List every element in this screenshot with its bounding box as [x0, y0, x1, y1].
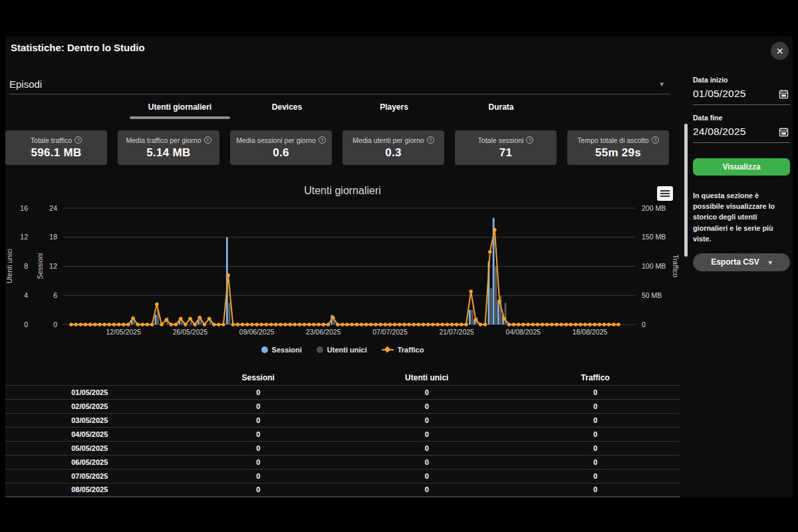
marker-traffico[interactable] [279, 323, 282, 326]
marker-traffico[interactable] [179, 317, 182, 321]
marker-traffico[interactable] [569, 323, 573, 326]
visualizza-button[interactable]: Visualizza [693, 158, 790, 176]
marker-traffico[interactable] [298, 323, 301, 326]
marker-traffico[interactable] [198, 316, 201, 319]
marker-traffico[interactable] [131, 317, 134, 320]
marker-traffico[interactable] [184, 323, 187, 326]
marker-traffico[interactable] [497, 299, 501, 303]
bar-sessioni[interactable] [469, 310, 471, 325]
marker-traffico[interactable] [474, 318, 477, 321]
marker-traffico[interactable] [574, 323, 577, 326]
marker-traffico[interactable] [340, 323, 344, 326]
marker-traffico[interactable] [141, 323, 144, 326]
marker-traffico[interactable] [155, 303, 158, 306]
marker-traffico[interactable] [79, 323, 82, 326]
marker-traffico[interactable] [598, 323, 601, 326]
marker-traffico[interactable] [488, 250, 491, 253]
marker-traffico[interactable] [360, 323, 363, 326]
marker-traffico[interactable] [112, 323, 116, 326]
marker-traffico[interactable] [531, 323, 534, 326]
marker-traffico[interactable] [160, 323, 163, 326]
marker-traffico[interactable] [526, 323, 529, 326]
marker-traffico[interactable] [303, 323, 306, 326]
legend-item-sessioni[interactable]: Sessioni [261, 346, 302, 354]
legend-item-utenti-unici[interactable]: Utenti unici [317, 346, 367, 354]
marker-traffico[interactable] [384, 323, 387, 326]
marker-traffico[interactable] [469, 289, 472, 293]
marker-traffico[interactable] [108, 323, 111, 326]
bar-utenti-unici[interactable] [495, 267, 497, 325]
marker-traffico[interactable] [593, 323, 597, 326]
marker-traffico[interactable] [483, 323, 487, 326]
marker-traffico[interactable] [231, 323, 235, 326]
help-icon[interactable]: ? [427, 136, 434, 144]
marker-traffico[interactable] [559, 323, 563, 326]
marker-traffico[interactable] [507, 323, 511, 326]
marker-traffico[interactable] [269, 323, 273, 326]
marker-traffico[interactable] [374, 323, 377, 326]
marker-traffico[interactable] [84, 323, 87, 326]
marker-traffico[interactable] [536, 323, 539, 326]
marker-traffico[interactable] [245, 323, 249, 326]
marker-traffico[interactable] [212, 323, 215, 326]
marker-traffico[interactable] [236, 323, 239, 326]
marker-traffico[interactable] [188, 317, 192, 321]
calendar-icon[interactable] [779, 127, 789, 137]
marker-traffico[interactable] [393, 323, 396, 326]
marker-traffico[interactable] [355, 323, 358, 326]
marker-traffico[interactable] [93, 323, 96, 326]
marker-traffico[interactable] [265, 323, 268, 326]
help-icon[interactable]: ? [204, 136, 211, 144]
marker-traffico[interactable] [102, 323, 106, 326]
date-start-input[interactable]: 01/05/2025 [693, 84, 790, 105]
marker-traffico[interactable] [164, 318, 168, 321]
marker-traffico[interactable] [221, 323, 225, 326]
marker-traffico[interactable] [412, 323, 416, 326]
marker-traffico[interactable] [136, 323, 139, 326]
marker-traffico[interactable] [479, 323, 482, 326]
marker-traffico[interactable] [117, 323, 120, 326]
marker-traffico[interactable] [369, 323, 372, 326]
marker-traffico[interactable] [579, 323, 582, 326]
marker-traffico[interactable] [464, 323, 467, 326]
tab-utenti-giornalieri[interactable]: Utenti giornalieri [126, 95, 233, 119]
marker-traffico[interactable] [69, 323, 72, 326]
marker-traffico[interactable] [226, 273, 229, 277]
marker-traffico[interactable] [146, 323, 149, 326]
marker-traffico[interactable] [616, 323, 620, 326]
tab-devices[interactable]: Devices [233, 95, 340, 119]
marker-traffico[interactable] [541, 323, 544, 326]
bar-utenti-unici[interactable] [490, 288, 492, 325]
marker-traffico[interactable] [174, 323, 178, 326]
marker-traffico[interactable] [503, 317, 506, 321]
marker-traffico[interactable] [426, 323, 430, 326]
marker-traffico[interactable] [431, 323, 434, 326]
marker-traffico[interactable] [364, 323, 368, 326]
marker-traffico[interactable] [612, 323, 615, 326]
marker-traffico[interactable] [122, 323, 125, 326]
marker-traffico[interactable] [312, 323, 315, 326]
help-icon[interactable]: ? [74, 136, 82, 144]
marker-traffico[interactable] [565, 323, 568, 326]
marker-traffico[interactable] [327, 323, 330, 326]
marker-traffico[interactable] [350, 323, 354, 326]
date-end-input[interactable]: 24/08/2025 [693, 122, 790, 143]
scrollbar-thumb[interactable] [684, 124, 688, 257]
marker-traffico[interactable] [588, 323, 591, 326]
marker-traffico[interactable] [331, 316, 334, 319]
help-icon[interactable]: ? [526, 136, 533, 144]
marker-traffico[interactable] [517, 323, 520, 326]
marker-traffico[interactable] [545, 323, 549, 326]
marker-traffico[interactable] [307, 323, 311, 326]
marker-traffico[interactable] [193, 323, 196, 326]
marker-traffico[interactable] [274, 323, 277, 326]
marker-traffico[interactable] [322, 323, 325, 326]
marker-traffico[interactable] [436, 323, 439, 326]
marker-traffico[interactable] [345, 323, 348, 326]
bar-utenti-unici[interactable] [229, 303, 231, 325]
marker-traffico[interactable] [289, 323, 292, 326]
marker-traffico[interactable] [293, 323, 297, 326]
marker-traffico[interactable] [583, 323, 587, 326]
marker-traffico[interactable] [460, 323, 463, 326]
bar-sessioni[interactable] [155, 315, 157, 325]
